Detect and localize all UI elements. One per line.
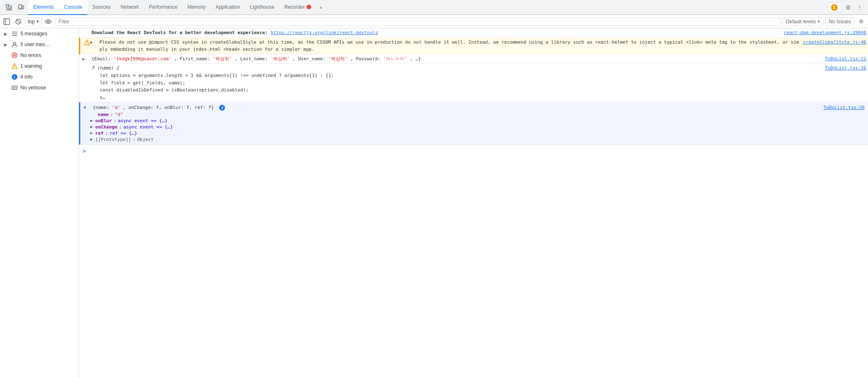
verbose-icon — [11, 84, 18, 91]
svg-point-22 — [14, 67, 15, 68]
log-source-obj[interactable]: ToDoList.tsx:26 — [823, 104, 865, 110]
obj-prop-onchange: ▶ onChange : async event => {…} — [90, 124, 173, 130]
expand-ref[interactable]: ▶ — [90, 131, 93, 135]
tab-network[interactable]: Network — [116, 0, 144, 15]
info-icon — [11, 74, 18, 80]
tab-application[interactable]: Application — [210, 0, 245, 15]
sidebar-item-info[interactable]: 4 info — [0, 72, 79, 82]
filter-input[interactable] — [55, 17, 781, 26]
log-entry-object: ▶ {Email: 'tkdgk1996@naver.com' , First_… — [79, 54, 868, 64]
log-text-object: {Email: 'tkdgk1996@naver.com' , First_na… — [91, 56, 421, 62]
svg-rect-8 — [4, 19, 10, 25]
expand-btn[interactable] — [82, 64, 88, 101]
svg-rect-6 — [22, 6, 24, 9]
levels-btn[interactable]: Default levels ▾ — [782, 17, 823, 26]
tab-lighthouse[interactable]: Lighthouse — [245, 0, 279, 15]
sidebar-item-warning[interactable]: 1 warning — [0, 61, 79, 72]
sidebar-item-user-messages[interactable]: ▶ 5 user mes… — [0, 39, 79, 50]
svg-rect-26 — [12, 86, 17, 89]
expand-prototype[interactable]: ▶ — [90, 137, 93, 141]
expand-btn[interactable] — [82, 29, 88, 37]
log-body-object: {Email: 'tkdgk1996@naver.com' , First_na… — [88, 55, 825, 63]
more-options-icon[interactable]: ⋮ — [855, 2, 865, 12]
warning-count-btn[interactable]: 1 — [827, 2, 841, 12]
settings-icon[interactable]: ⚙ — [843, 2, 853, 12]
eye-btn[interactable] — [43, 17, 53, 27]
expand-icon: ▶ — [3, 31, 9, 37]
func-line-3: let field = get(_fields, name); — [91, 79, 822, 87]
sidebar: ▶ 5 messages ▶ 5 user mes… — [0, 28, 79, 378]
log-source-devtools[interactable]: react-dom.development.js:29840 — [784, 29, 866, 37]
toolbar-settings-icon[interactable]: ⚙ — [856, 17, 866, 27]
obj-properties: name : "d" ▶ onBlur : async event => {…}… — [84, 111, 173, 143]
log-entry-func: f (name) { let options = arguments.lengt… — [79, 64, 868, 102]
prop-val-onblur: async event => {…} — [118, 118, 167, 124]
console-content: Download the React DevTools for a better… — [79, 28, 868, 378]
console-input[interactable] — [89, 148, 865, 153]
context-select[interactable]: top ▾ — [25, 17, 42, 26]
expand-onblur[interactable]: ▶ — [90, 118, 93, 123]
sidebar-label-info: 4 info — [20, 74, 32, 80]
no-issues-btn[interactable]: No Issues — [825, 17, 855, 26]
log-text-warning: Please do not use @import CSS syntax in … — [99, 40, 799, 52]
sidebar-label-no-errors: No errors — [20, 52, 41, 58]
expand-btn[interactable]: ▶ — [82, 55, 88, 63]
tab-sources[interactable]: Sources — [87, 0, 116, 15]
svg-line-11 — [16, 20, 20, 24]
tab-recorder[interactable]: Recorder 🔴 — [279, 0, 316, 15]
prop-val-name: "d" — [115, 112, 123, 117]
tab-memory[interactable]: Memory — [183, 0, 210, 15]
tab-more[interactable]: » — [316, 0, 326, 15]
user-icon — [11, 41, 18, 48]
prop-key-name: name — [98, 112, 109, 117]
svg-point-13 — [47, 21, 49, 22]
devtools-link[interactable]: https://reactjs.org/link/react-devtools — [270, 30, 378, 35]
prop-key-onchange: onChange — [95, 124, 117, 130]
func-line-1: f (name) { — [91, 65, 119, 71]
svg-point-25 — [14, 75, 15, 76]
expand-onchange[interactable]: ▶ — [90, 124, 93, 129]
svg-point-12 — [45, 20, 51, 23]
func-line-5: s… — [91, 94, 822, 101]
main: ▶ 5 messages ▶ 5 user mes… — [0, 28, 868, 378]
tab-performance[interactable]: Performance — [144, 0, 183, 15]
expand-btn-obj[interactable]: ▼ — [84, 104, 89, 110]
no-expand — [3, 63, 9, 69]
no-expand — [3, 74, 9, 80]
prop-key-prototype: [[Prototype]] — [95, 137, 131, 142]
sidebar-item-no-errors[interactable]: No errors — [0, 50, 79, 61]
expand-btn[interactable]: ▶ — [90, 39, 96, 53]
warning-icon-log — [84, 39, 90, 46]
sidebar-item-messages[interactable]: ▶ 5 messages — [0, 28, 79, 39]
prop-val-onchange: async event => {…} — [124, 124, 173, 130]
list-icon — [11, 30, 18, 37]
tab-bar: Elements Console Sources Network Perform… — [0, 0, 868, 15]
log-source-func[interactable]: ToDoList.tsx:26 — [825, 64, 866, 101]
prop-val-prototype: Object — [137, 137, 154, 142]
tab-elements[interactable]: Elements — [28, 0, 59, 15]
prop-key-ref: ref — [95, 131, 104, 136]
sidebar-label-user-messages: 5 user mes… — [20, 42, 50, 47]
log-source-warning[interactable]: createGlobalStyle.js:46 — [803, 39, 866, 53]
chevron-down-icon: ▾ — [818, 19, 820, 24]
toolbar: top ▾ Default levels ▾ No Issues ⚙ — [0, 15, 868, 28]
tab-console[interactable]: Console — [59, 0, 87, 15]
sidebar-label-messages: 5 messages — [20, 31, 47, 37]
warning-icon — [11, 63, 18, 69]
sidebar-item-verbose[interactable]: No verbose — [0, 82, 79, 93]
no-expand — [3, 52, 9, 58]
device-icon[interactable] — [16, 2, 26, 12]
log-entry-obj-expand: ▼ {name: 'd' , onChange: f, onBlur: f, r… — [79, 102, 868, 145]
sidebar-toggle-btn[interactable] — [2, 17, 12, 27]
error-icon — [11, 52, 18, 59]
console-input-row: > — [79, 145, 868, 157]
obj-prop-prototype: ▶ [[Prototype]] : Object — [90, 136, 173, 143]
func-line-4: const disabledIsDefined = isBoolean(opti… — [91, 86, 822, 94]
clear-console-btn[interactable] — [13, 17, 23, 27]
info-badge: i — [219, 105, 225, 111]
log-body-devtools: Download the React DevTools for a better… — [88, 29, 784, 37]
log-source-object[interactable]: ToDoList.tsx:21 — [825, 55, 866, 63]
expand-icon: ▶ — [3, 42, 9, 47]
warning-badge: 1 — [831, 4, 838, 11]
inspect-icon[interactable] — [4, 2, 14, 12]
